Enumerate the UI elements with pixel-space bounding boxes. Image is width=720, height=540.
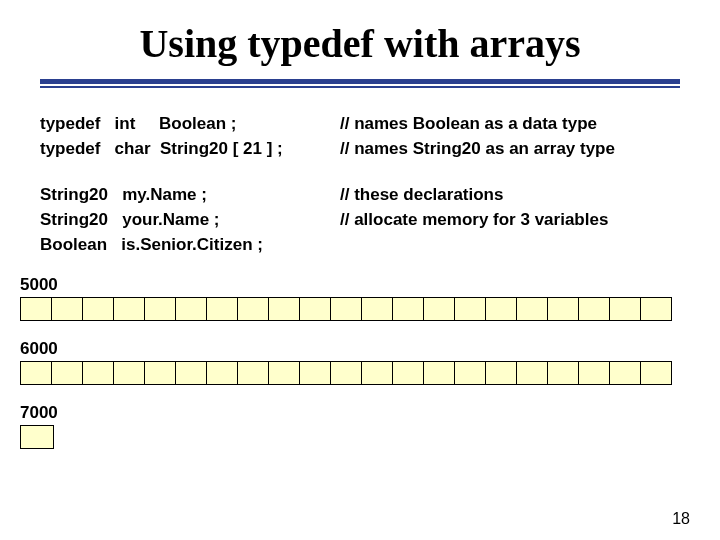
memory-cell [82, 361, 114, 385]
title-keyword: typedef [247, 21, 374, 66]
memory-cell [299, 361, 331, 385]
title-post: with arrays [374, 21, 581, 66]
memory-cell [206, 297, 238, 321]
memory-cell [361, 361, 393, 385]
memory-cell [20, 297, 52, 321]
memory-cell [206, 361, 238, 385]
memory-cell [82, 297, 114, 321]
address-label-5000: 5000 [20, 275, 720, 295]
page-number: 18 [672, 510, 690, 528]
memory-row-7000 [20, 425, 700, 449]
memory-cell [237, 297, 269, 321]
address-label-7000: 7000 [20, 403, 720, 423]
memory-cell [547, 297, 579, 321]
code-block: typedef int Boolean ; // names Boolean a… [40, 112, 680, 257]
memory-cell [330, 361, 362, 385]
memory-cell [609, 297, 641, 321]
code-line-5-comment [340, 233, 680, 258]
title-pre: Using [139, 21, 247, 66]
memory-cell [361, 297, 393, 321]
code-line-2-left: typedef char String20 [ 21 ] ; [40, 137, 340, 162]
slide-title: Using typedef with arrays [0, 0, 720, 79]
memory-cell [330, 297, 362, 321]
code-line-4-comment: // allocate memory for 3 variables [340, 208, 680, 233]
memory-cell [423, 297, 455, 321]
memory-cell [547, 361, 579, 385]
memory-cell [485, 297, 517, 321]
memory-cell [454, 361, 486, 385]
memory-cell [51, 361, 83, 385]
memory-cell [268, 361, 300, 385]
memory-row-5000 [20, 297, 700, 321]
code-line-3-left: String20 my.Name ; [40, 183, 340, 208]
memory-cell [51, 297, 83, 321]
memory-cell [268, 297, 300, 321]
memory-cell [237, 361, 269, 385]
memory-cell [640, 361, 672, 385]
address-label-6000: 6000 [20, 339, 720, 359]
memory-cell [144, 361, 176, 385]
code-line-1-left: typedef int Boolean ; [40, 112, 340, 137]
memory-cell [144, 297, 176, 321]
memory-cell [516, 297, 548, 321]
memory-cell [640, 297, 672, 321]
code-line-2-comment: // names String20 as an array type [340, 137, 680, 162]
memory-cell [20, 425, 54, 449]
memory-cell [578, 361, 610, 385]
memory-cell [175, 361, 207, 385]
code-line-4-left: String20 your.Name ; [40, 208, 340, 233]
memory-cell [578, 297, 610, 321]
code-line-5-left: Boolean is.Senior.Citizen ; [40, 233, 340, 258]
memory-cell [516, 361, 548, 385]
memory-cell [20, 361, 52, 385]
code-line-3-comment: // these declarations [340, 183, 680, 208]
code-line-1-comment: // names Boolean as a data type [340, 112, 680, 137]
memory-cell [299, 297, 331, 321]
memory-cell [423, 361, 455, 385]
memory-cell [485, 361, 517, 385]
memory-cell [113, 297, 145, 321]
memory-cell [113, 361, 145, 385]
memory-cell [392, 297, 424, 321]
memory-cell [175, 297, 207, 321]
memory-cell [609, 361, 641, 385]
memory-cell [454, 297, 486, 321]
memory-row-6000 [20, 361, 700, 385]
title-underline [40, 79, 680, 88]
memory-cell [392, 361, 424, 385]
